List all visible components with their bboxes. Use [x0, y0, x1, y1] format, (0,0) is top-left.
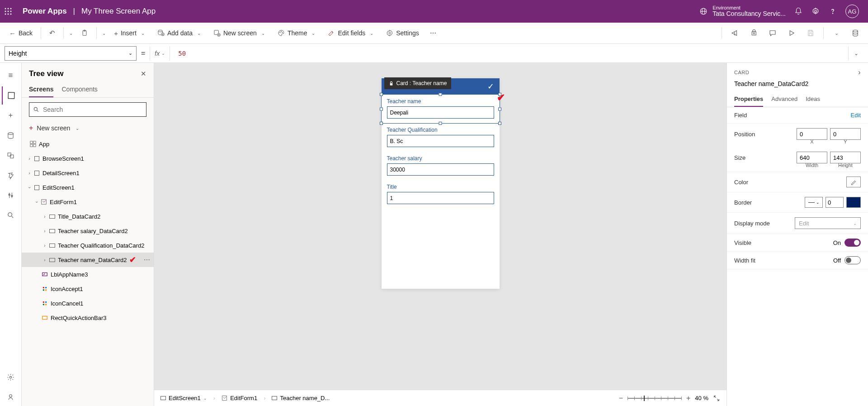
chevron-down-icon[interactable]: › [27, 184, 32, 191]
display-mode-select[interactable]: Edit ⌄ [795, 217, 861, 229]
resize-handle[interactable] [380, 107, 383, 110]
add-data-button[interactable]: Add data ⌄ [153, 26, 207, 40]
teacher-qual-input[interactable] [387, 135, 494, 147]
settings-rail-icon[interactable] [2, 368, 20, 386]
notifications-icon[interactable] [794, 7, 803, 16]
size-height-input[interactable] [830, 152, 861, 163]
tree-view-icon[interactable] [2, 86, 20, 105]
resize-handle[interactable] [380, 93, 383, 96]
insert-rail-icon[interactable]: + [2, 106, 20, 124]
tab-screens[interactable]: Screens [29, 82, 53, 97]
share-icon[interactable] [726, 25, 743, 41]
color-picker[interactable] [846, 177, 861, 187]
tree-lblapp[interactable]: LblAppName3 [22, 267, 154, 282]
border-width-input[interactable] [826, 197, 844, 208]
new-screen-button[interactable]: New screen ⌄ [209, 26, 271, 40]
formula-input[interactable] [175, 46, 844, 61]
insert-button[interactable]: + Insert ⌄ [109, 26, 151, 40]
environment-selector[interactable]: Environment Tata Consultancy Servic... [699, 5, 786, 17]
back-button[interactable]: ← Back [5, 27, 37, 40]
widthfit-toggle[interactable] [844, 256, 861, 264]
save-caret[interactable]: ⌄ [828, 25, 844, 41]
hamburger-icon[interactable]: ≡ [2, 67, 20, 85]
paste-button[interactable] [76, 27, 93, 39]
field-edit-link[interactable]: Edit [851, 112, 861, 119]
more-button[interactable]: ⋯ [425, 27, 441, 39]
tree-app[interactable]: App [22, 137, 154, 151]
property-selector[interactable]: Height ⌄ [5, 46, 137, 61]
app-launcher-icon[interactable] [5, 8, 23, 15]
help-icon[interactable] [828, 7, 837, 16]
tree-search[interactable] [29, 102, 146, 117]
preview-icon[interactable] [783, 25, 800, 41]
tree-editscreen[interactable]: › EditScreen1 [22, 180, 154, 195]
settings-button[interactable]: Settings [382, 27, 424, 39]
tree-salarycard[interactable]: › Teacher salary_DataCard2 [22, 224, 154, 238]
title-input[interactable] [387, 192, 494, 204]
fit-screen-icon[interactable] [713, 395, 720, 402]
position-x-input[interactable] [797, 128, 827, 140]
breadcrumb-screen[interactable]: EditScreen1 ⌄ [160, 395, 207, 401]
border-style-select[interactable]: ⌄ [805, 197, 823, 208]
chevron-right-icon[interactable]: › [858, 68, 861, 76]
chevron-right-icon[interactable]: › [26, 156, 33, 161]
search-rail-icon[interactable] [2, 206, 20, 224]
checker-icon[interactable] [745, 25, 762, 41]
undo-caret[interactable]: ⌄ [67, 29, 75, 38]
teacher-name-card[interactable]: Teacher name ✔ [382, 95, 500, 123]
breadcrumb-card[interactable]: Teacher name_D... [272, 395, 330, 401]
border-color-swatch[interactable] [846, 197, 861, 208]
teacher-qual-card[interactable]: Teacher Qualification [382, 123, 500, 152]
tab-properties[interactable]: Properties [734, 92, 763, 107]
paste-caret[interactable]: ⌄ [100, 29, 108, 38]
ai-rail-icon[interactable] [2, 388, 20, 406]
chevron-right-icon[interactable]: › [42, 243, 48, 248]
resize-handle[interactable] [498, 107, 501, 110]
tree-iconcancel[interactable]: IconCancel1 [22, 296, 154, 310]
resize-handle[interactable] [439, 93, 442, 96]
breadcrumb-form[interactable]: EditForm1 [222, 395, 257, 401]
settings-gear-icon[interactable] [811, 7, 820, 16]
tab-advanced[interactable]: Advanced [771, 92, 797, 107]
position-y-input[interactable] [830, 128, 861, 140]
teacher-name-input[interactable] [387, 106, 494, 119]
flows-rail-icon[interactable] [2, 166, 20, 184]
chevron-down-icon[interactable]: › [34, 199, 39, 205]
new-screen-button[interactable]: + New screen ⌄ [22, 121, 154, 135]
zoom-in-icon[interactable]: + [686, 394, 690, 402]
size-width-input[interactable] [797, 152, 827, 163]
accept-check-icon[interactable]: ✓ [487, 81, 494, 91]
more-icon[interactable]: ⋯ [144, 256, 150, 263]
tree-rect[interactable]: RectQuickActionBar3 [22, 310, 154, 325]
user-avatar[interactable]: AG [845, 5, 859, 18]
fx-button[interactable]: fx ⌄ [155, 50, 165, 57]
theme-button[interactable]: Theme ⌄ [273, 26, 322, 40]
tab-components[interactable]: Components [61, 82, 97, 97]
tree-titlecard[interactable]: › Title_DataCard2 [22, 209, 154, 224]
chevron-right-icon[interactable]: › [42, 229, 48, 234]
tools-rail-icon[interactable] [2, 186, 20, 204]
expand-formula-icon[interactable]: ⌄ [848, 46, 863, 61]
undo-button[interactable]: ↶ [45, 26, 60, 40]
tab-ideas[interactable]: Ideas [806, 92, 820, 107]
search-input[interactable] [43, 106, 142, 113]
save-icon[interactable] [802, 25, 819, 41]
tree-editform[interactable]: › EditForm1 [22, 195, 154, 209]
data-rail-icon[interactable] [2, 126, 20, 144]
zoom-slider[interactable] [627, 398, 682, 399]
chevron-right-icon[interactable]: › [26, 171, 33, 176]
tree-browsescreen[interactable]: › BrowseScreen1 [22, 151, 154, 166]
edit-fields-button[interactable]: Edit fields ⌄ [323, 26, 380, 40]
teacher-salary-input[interactable] [387, 163, 494, 176]
tree-detailscreen[interactable]: › DetailScreen1 [22, 166, 154, 180]
canvas-area[interactable]: Card : Teacher name ✓ Teacher name [154, 63, 726, 390]
publish-icon[interactable] [847, 25, 863, 41]
close-icon[interactable]: ✕ [141, 70, 146, 78]
visible-toggle[interactable] [844, 239, 861, 247]
zoom-out-icon[interactable]: − [619, 394, 623, 402]
comments-icon[interactable] [764, 25, 781, 41]
title-card[interactable]: Title [382, 180, 500, 209]
tree-iconaccept[interactable]: IconAccept1 [22, 282, 154, 296]
tree-namecard[interactable]: › Teacher name_DataCard2 ✔ ⋯ [22, 253, 154, 267]
media-rail-icon[interactable] [2, 146, 20, 164]
